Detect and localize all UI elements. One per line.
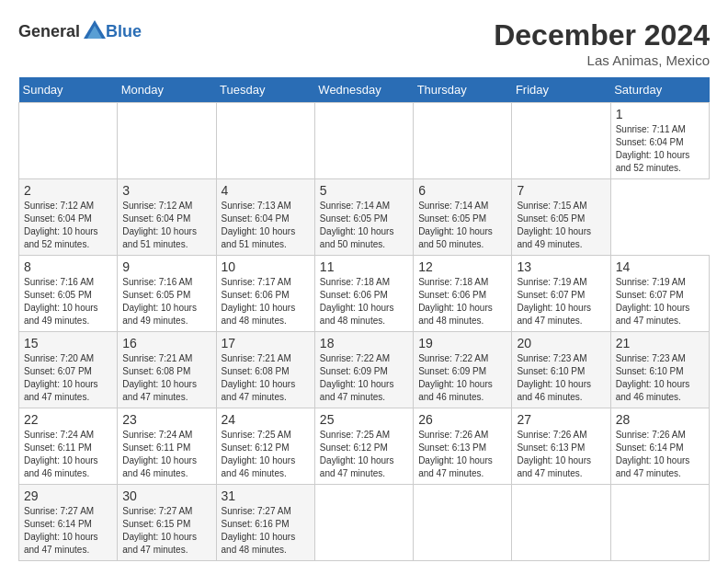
calendar-cell-day-3: 3Sunrise: 7:12 AMSunset: 6:04 PMDaylight…	[118, 179, 216, 256]
day-info: Sunrise: 7:16 AMSunset: 6:05 PMDaylight:…	[122, 276, 210, 327]
day-number: 13	[517, 259, 605, 274]
calendar-cell-day-17: 17Sunrise: 7:21 AMSunset: 6:08 PMDayligh…	[216, 332, 314, 408]
empty-cell	[216, 103, 314, 179]
day-number: 20	[517, 336, 605, 350]
day-number: 5	[320, 183, 408, 198]
calendar-cell-day-8: 8Sunrise: 7:16 AMSunset: 6:05 PMDaylight…	[19, 256, 118, 332]
day-number: 26	[418, 412, 506, 427]
day-number: 3	[122, 183, 210, 198]
day-info: Sunrise: 7:25 AMSunset: 6:12 PMDaylight:…	[320, 429, 408, 480]
column-header-tuesday: Tuesday	[216, 77, 314, 103]
day-info: Sunrise: 7:22 AMSunset: 6:09 PMDaylight:…	[320, 352, 408, 404]
week-row-4: 15Sunrise: 7:20 AMSunset: 6:07 PMDayligh…	[19, 332, 710, 408]
empty-cell	[314, 103, 413, 179]
day-number: 14	[616, 259, 704, 274]
day-info: Sunrise: 7:13 AMSunset: 6:04 PMDaylight:…	[222, 200, 310, 251]
calendar-cell-day-4: 4Sunrise: 7:13 AMSunset: 6:04 PMDaylight…	[216, 179, 314, 256]
day-number: 12	[418, 259, 506, 274]
calendar-cell-day-7: 7Sunrise: 7:15 AMSunset: 6:05 PMDaylight…	[512, 179, 610, 256]
day-info: Sunrise: 7:19 AMSunset: 6:07 PMDaylight:…	[517, 276, 605, 327]
day-number: 4	[222, 183, 310, 198]
calendar-cell-day-1: 1Sunrise: 7:11 AMSunset: 6:04 PMDaylight…	[610, 103, 709, 179]
day-number: 8	[24, 259, 112, 274]
day-number: 10	[222, 259, 310, 274]
calendar-cell-day-18: 18Sunrise: 7:22 AMSunset: 6:09 PMDayligh…	[314, 332, 413, 408]
empty-cell	[314, 485, 413, 561]
day-number: 28	[616, 412, 704, 427]
calendar-cell-day-2: 2Sunrise: 7:12 AMSunset: 6:04 PMDaylight…	[19, 179, 118, 256]
day-info: Sunrise: 7:27 AMSunset: 6:14 PMDaylight:…	[24, 505, 112, 557]
day-number: 31	[222, 488, 310, 503]
day-number: 22	[24, 412, 112, 427]
day-number: 29	[24, 488, 112, 503]
day-number: 25	[320, 412, 408, 427]
calendar-cell-day-15: 15Sunrise: 7:20 AMSunset: 6:07 PMDayligh…	[19, 332, 118, 408]
calendar-cell-day-30: 30Sunrise: 7:27 AMSunset: 6:15 PMDayligh…	[118, 485, 216, 561]
calendar-cell-day-26: 26Sunrise: 7:26 AMSunset: 6:13 PMDayligh…	[414, 408, 512, 485]
calendar-cell-day-16: 16Sunrise: 7:21 AMSunset: 6:08 PMDayligh…	[118, 332, 216, 408]
column-header-sunday: Sunday	[19, 77, 118, 103]
day-info: Sunrise: 7:26 AMSunset: 6:13 PMDaylight:…	[517, 429, 605, 480]
day-info: Sunrise: 7:19 AMSunset: 6:07 PMDaylight:…	[616, 276, 704, 327]
day-info: Sunrise: 7:22 AMSunset: 6:09 PMDaylight:…	[418, 352, 506, 404]
day-number: 24	[222, 412, 310, 427]
calendar-cell-day-20: 20Sunrise: 7:23 AMSunset: 6:10 PMDayligh…	[512, 332, 610, 408]
day-info: Sunrise: 7:24 AMSunset: 6:11 PMDaylight:…	[122, 429, 210, 480]
week-row-5: 22Sunrise: 7:24 AMSunset: 6:11 PMDayligh…	[19, 408, 710, 485]
day-info: Sunrise: 7:24 AMSunset: 6:11 PMDaylight:…	[24, 429, 112, 480]
day-info: Sunrise: 7:23 AMSunset: 6:10 PMDaylight:…	[517, 352, 605, 404]
day-info: Sunrise: 7:21 AMSunset: 6:08 PMDaylight:…	[222, 352, 310, 404]
calendar-cell-day-5: 5Sunrise: 7:14 AMSunset: 6:05 PMDaylight…	[314, 179, 413, 256]
month-title: December 2024	[494, 18, 710, 52]
calendar-cell-day-21: 21Sunrise: 7:23 AMSunset: 6:10 PMDayligh…	[610, 332, 709, 408]
week-row-2: 2Sunrise: 7:12 AMSunset: 6:04 PMDaylight…	[19, 179, 710, 256]
empty-cell	[118, 103, 216, 179]
column-header-friday: Friday	[512, 77, 610, 103]
day-info: Sunrise: 7:21 AMSunset: 6:08 PMDaylight:…	[122, 352, 210, 404]
empty-cell	[19, 103, 118, 179]
day-info: Sunrise: 7:17 AMSunset: 6:06 PMDaylight:…	[222, 276, 310, 327]
day-info: Sunrise: 7:25 AMSunset: 6:12 PMDaylight:…	[222, 429, 310, 480]
calendar-header-row: SundayMondayTuesdayWednesdayThursdayFrid…	[19, 77, 710, 103]
location: Las Animas, Mexico	[494, 52, 710, 68]
day-info: Sunrise: 7:18 AMSunset: 6:06 PMDaylight:…	[418, 276, 506, 327]
day-number: 16	[122, 336, 210, 350]
calendar-cell-day-13: 13Sunrise: 7:19 AMSunset: 6:07 PMDayligh…	[512, 256, 610, 332]
day-number: 30	[122, 488, 210, 503]
day-info: Sunrise: 7:12 AMSunset: 6:04 PMDaylight:…	[24, 200, 112, 251]
day-number: 15	[24, 336, 112, 350]
logo-general: General	[18, 22, 80, 41]
column-header-monday: Monday	[118, 77, 216, 103]
calendar-cell-day-19: 19Sunrise: 7:22 AMSunset: 6:09 PMDayligh…	[414, 332, 512, 408]
day-info: Sunrise: 7:20 AMSunset: 6:07 PMDaylight:…	[24, 352, 112, 404]
day-number: 21	[616, 336, 704, 350]
day-info: Sunrise: 7:18 AMSunset: 6:06 PMDaylight:…	[320, 276, 408, 327]
day-number: 18	[320, 336, 408, 350]
day-info: Sunrise: 7:12 AMSunset: 6:04 PMDaylight:…	[122, 200, 210, 251]
empty-cell	[610, 485, 709, 561]
day-number: 6	[418, 183, 506, 198]
day-info: Sunrise: 7:14 AMSunset: 6:05 PMDaylight:…	[320, 200, 408, 251]
column-header-thursday: Thursday	[414, 77, 512, 103]
calendar: SundayMondayTuesdayWednesdayThursdayFrid…	[18, 77, 710, 561]
calendar-cell-day-14: 14Sunrise: 7:19 AMSunset: 6:07 PMDayligh…	[610, 256, 709, 332]
day-info: Sunrise: 7:26 AMSunset: 6:14 PMDaylight:…	[616, 429, 704, 480]
day-info: Sunrise: 7:27 AMSunset: 6:15 PMDaylight:…	[122, 505, 210, 557]
header: General Blue December 2024 Las Animas, M…	[18, 18, 710, 68]
week-row-1: 1Sunrise: 7:11 AMSunset: 6:04 PMDaylight…	[19, 103, 710, 179]
day-number: 17	[222, 336, 310, 350]
calendar-cell-day-24: 24Sunrise: 7:25 AMSunset: 6:12 PMDayligh…	[216, 408, 314, 485]
calendar-cell-day-11: 11Sunrise: 7:18 AMSunset: 6:06 PMDayligh…	[314, 256, 413, 332]
day-number: 9	[122, 259, 210, 274]
day-number: 23	[122, 412, 210, 427]
empty-cell	[512, 485, 610, 561]
day-number: 27	[517, 412, 605, 427]
logo-icon	[82, 18, 108, 44]
day-number: 19	[418, 336, 506, 350]
day-info: Sunrise: 7:26 AMSunset: 6:13 PMDaylight:…	[418, 429, 506, 480]
week-row-6: 29Sunrise: 7:27 AMSunset: 6:14 PMDayligh…	[19, 485, 710, 561]
calendar-cell-day-12: 12Sunrise: 7:18 AMSunset: 6:06 PMDayligh…	[414, 256, 512, 332]
day-number: 11	[320, 259, 408, 274]
day-number: 1	[616, 107, 704, 121]
day-info: Sunrise: 7:14 AMSunset: 6:05 PMDaylight:…	[418, 200, 506, 251]
